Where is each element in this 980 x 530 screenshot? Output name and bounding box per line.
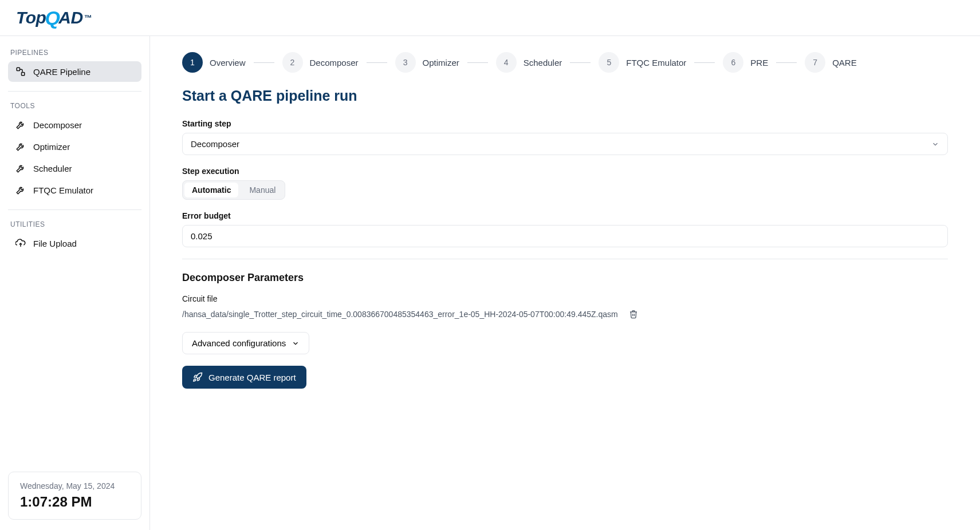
- sidebar-section-pipelines: PIPELINES: [10, 49, 139, 57]
- field-error-budget: Error budget: [182, 211, 948, 247]
- step-pre[interactable]: 6PRE: [723, 52, 768, 73]
- starting-step-label: Starting step: [182, 119, 948, 128]
- logo-pre: Top: [16, 8, 46, 27]
- step-number: 5: [599, 52, 619, 73]
- error-budget-label: Error budget: [182, 211, 948, 220]
- error-budget-input[interactable]: [182, 225, 948, 247]
- step-execution-toggle: Automatic Manual: [182, 180, 285, 200]
- step-number: 3: [395, 52, 416, 73]
- step-connector: [254, 62, 274, 63]
- stepper: 1Overview2Decomposer3Optimizer4Scheduler…: [182, 52, 948, 73]
- step-number: 1: [182, 52, 203, 73]
- sidebar-item-label: QARE Pipeline: [33, 67, 90, 77]
- circuit-file-label: Circuit file: [182, 294, 948, 303]
- svg-rect-0: [17, 68, 19, 70]
- divider: [8, 209, 141, 210]
- sidebar-section-tools: TOOLS: [10, 102, 139, 110]
- sidebar-item-ftqc-emulator[interactable]: FTQC Emulator: [8, 180, 141, 200]
- advanced-config-button[interactable]: Advanced configurations: [182, 332, 309, 354]
- step-connector: [776, 62, 797, 63]
- wrench-icon: [15, 184, 26, 196]
- advanced-config-label: Advanced configurations: [192, 338, 286, 348]
- sidebar: PIPELINES QARE Pipeline TOOLS Decomposer…: [0, 36, 150, 530]
- chevron-down-icon: [292, 339, 300, 347]
- toggle-automatic[interactable]: Automatic: [184, 183, 238, 197]
- step-label: Scheduler: [524, 58, 562, 68]
- step-optimizer[interactable]: 3Optimizer: [395, 52, 459, 73]
- field-starting-step: Starting step Decomposer: [182, 119, 948, 155]
- wrench-icon: [15, 119, 26, 130]
- rocket-icon: [192, 372, 203, 382]
- clock-card: Wednesday, May 15, 2024 1:07:28 PM: [8, 472, 141, 520]
- divider: [182, 259, 948, 259]
- toggle-manual[interactable]: Manual: [240, 181, 285, 199]
- sidebar-item-label: File Upload: [33, 239, 77, 248]
- wrench-icon: [15, 141, 26, 152]
- starting-step-select[interactable]: Decomposer: [182, 133, 948, 155]
- step-connector: [694, 62, 715, 63]
- page-title: Start a QARE pipeline run: [182, 88, 948, 104]
- sidebar-section-utilities: UTILITIES: [10, 220, 139, 228]
- sidebar-item-optimizer[interactable]: Optimizer: [8, 136, 141, 157]
- starting-step-value: Decomposer: [191, 139, 239, 149]
- step-label: PRE: [750, 58, 768, 68]
- trash-icon: [629, 310, 638, 319]
- circuit-file-path: /hansa_data/single_Trotter_step_circuit_…: [182, 310, 618, 319]
- svg-rect-1: [22, 73, 25, 76]
- sidebar-item-label: Optimizer: [33, 142, 70, 152]
- sidebar-item-label: Decomposer: [33, 120, 82, 130]
- step-qare[interactable]: 7QARE: [805, 52, 857, 73]
- field-circuit-file: Circuit file: [182, 294, 948, 303]
- step-overview[interactable]: 1Overview: [182, 52, 246, 73]
- logo-q: Q: [45, 9, 60, 27]
- circuit-file-row: /hansa_data/single_Trotter_step_circuit_…: [182, 309, 948, 319]
- divider: [8, 91, 141, 92]
- step-connector: [367, 62, 387, 63]
- step-number: 6: [723, 52, 743, 73]
- sidebar-item-scheduler[interactable]: Scheduler: [8, 158, 141, 179]
- logo-tm: ™: [84, 13, 92, 22]
- step-label: FTQC Emulator: [626, 58, 686, 68]
- sidebar-item-file-upload[interactable]: File Upload: [8, 233, 141, 254]
- step-number: 7: [805, 52, 825, 73]
- clock-time: 1:07:28 PM: [20, 494, 129, 510]
- step-connector: [570, 62, 591, 63]
- clock-date: Wednesday, May 15, 2024: [20, 481, 129, 491]
- logo-post: AD: [58, 8, 82, 27]
- step-execution-label: Step execution: [182, 167, 948, 176]
- app-header: TopQAD™: [0, 0, 980, 36]
- decomposer-params-title: Decomposer Parameters: [182, 272, 948, 284]
- step-label: Optimizer: [423, 58, 459, 68]
- delete-file-button[interactable]: [628, 309, 639, 319]
- step-decomposer[interactable]: 2Decomposer: [282, 52, 359, 73]
- step-connector: [467, 62, 488, 63]
- sidebar-item-decomposer[interactable]: Decomposer: [8, 114, 141, 135]
- step-label: QARE: [832, 58, 857, 68]
- generate-report-label: Generate QARE report: [208, 373, 296, 382]
- step-label: Decomposer: [310, 58, 359, 68]
- upload-icon: [15, 238, 26, 249]
- step-label: Overview: [210, 58, 246, 68]
- generate-report-button[interactable]: Generate QARE report: [182, 366, 306, 389]
- sidebar-item-label: FTQC Emulator: [33, 185, 93, 195]
- sidebar-item-label: Scheduler: [33, 164, 72, 173]
- step-ftqc-emulator[interactable]: 5FTQC Emulator: [599, 52, 686, 73]
- pipeline-icon: [15, 66, 26, 77]
- chevron-down-icon: [931, 140, 939, 148]
- sidebar-item-qare-pipeline[interactable]: QARE Pipeline: [8, 61, 141, 82]
- field-step-execution: Step execution Automatic Manual: [182, 167, 948, 200]
- wrench-icon: [15, 163, 26, 174]
- step-scheduler[interactable]: 4Scheduler: [496, 52, 562, 73]
- app-logo: TopQAD™: [16, 8, 92, 27]
- step-number: 2: [282, 52, 303, 73]
- step-number: 4: [496, 52, 517, 73]
- main-content: 1Overview2Decomposer3Optimizer4Scheduler…: [150, 36, 980, 530]
